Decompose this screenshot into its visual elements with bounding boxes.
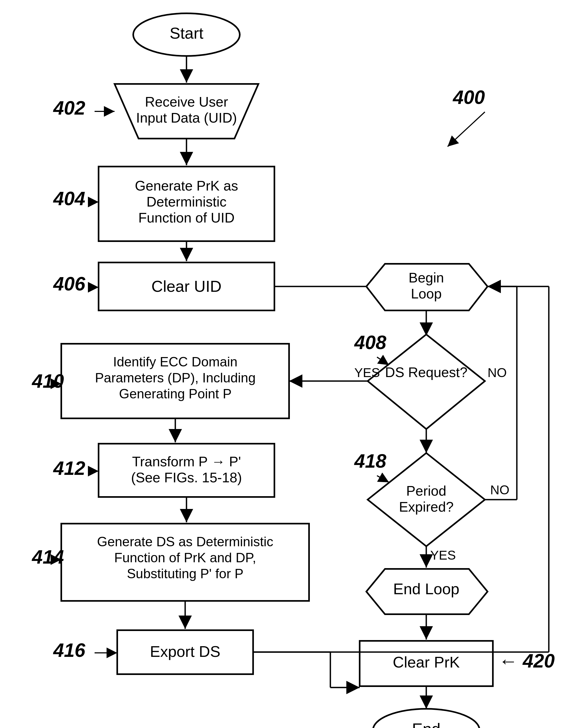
svg-rect-6 — [99, 167, 274, 241]
svg-marker-30 — [366, 569, 488, 614]
svg-point-34 — [373, 709, 480, 728]
label-404: 404 — [53, 188, 85, 209]
svg-marker-4 — [115, 84, 258, 139]
yes-label-ds: YES — [354, 366, 380, 380]
flowchart-diagram: Start Receive User Input Data (UID) Gene… — [0, 0, 564, 728]
label-414: 414 — [31, 546, 64, 568]
svg-line-44 — [377, 476, 389, 482]
export-ds-text: Export DS — [150, 643, 220, 660]
ds-request-text: DS Request? — [385, 365, 467, 380]
receive-uid-text2: Input Data (UID) — [136, 110, 237, 126]
identify-ecc-text3: Generating Point P — [119, 386, 232, 401]
label-406: 406 — [53, 273, 86, 294]
svg-rect-8 — [99, 262, 274, 310]
label-418: 418 — [354, 450, 386, 472]
begin-loop-text2: Loop — [411, 286, 442, 301]
label-420: ← 420 — [498, 650, 555, 672]
svg-rect-20 — [117, 630, 253, 674]
svg-marker-10 — [366, 264, 488, 310]
label-408: 408 — [354, 332, 386, 353]
identify-ecc-text: Identify ECC Domain — [113, 354, 238, 369]
clear-uid-text: Clear UID — [151, 277, 221, 295]
generate-ds-text2: Function of PrK and DP, — [114, 550, 256, 565]
svg-line-35 — [448, 112, 485, 147]
svg-rect-14 — [61, 344, 289, 418]
no-label-ds: NO — [488, 366, 507, 380]
clear-prk-text: Clear PrK — [393, 653, 460, 671]
transform-p-text2: (See FIGs. 15-18) — [131, 470, 242, 485]
label-412: 412 — [53, 458, 85, 479]
svg-rect-16 — [99, 444, 274, 497]
svg-point-2 — [133, 13, 240, 56]
diagram-svg: Start Receive User Input Data (UID) Gene… — [0, 0, 564, 728]
svg-rect-18 — [61, 524, 309, 601]
identify-ecc-text2: Parameters (DP), Including — [95, 370, 255, 385]
label-402: 402 — [53, 97, 85, 119]
period-expired-text: Period — [406, 483, 446, 499]
generate-prk-text2: Deterministic — [147, 194, 227, 209]
generate-ds-text3: Substituting P' for P — [127, 566, 244, 581]
svg-marker-12 — [368, 334, 485, 429]
label-400: 400 — [452, 87, 485, 108]
period-expired-text2: Expired? — [399, 499, 453, 515]
yes-label-period: YES — [430, 548, 456, 562]
label-410: 410 — [31, 370, 64, 392]
transform-p-text: Transform P → P' — [132, 454, 241, 469]
receive-uid-text: Receive User — [145, 94, 228, 110]
end-loop-text: End Loop — [393, 580, 459, 597]
label-416: 416 — [53, 640, 86, 661]
end-text: End — [412, 720, 441, 728]
begin-loop-text: Begin — [409, 270, 444, 285]
generate-ds-text: Generate DS as Deterministic — [97, 534, 273, 549]
svg-marker-25 — [368, 453, 485, 546]
generate-prk-text: Generate PrK as — [135, 178, 238, 193]
svg-rect-32 — [360, 641, 493, 686]
start-text: Start — [170, 24, 204, 42]
no-label-period: NO — [490, 483, 509, 497]
generate-prk-text3: Function of UID — [138, 210, 234, 225]
svg-line-39 — [377, 357, 389, 365]
